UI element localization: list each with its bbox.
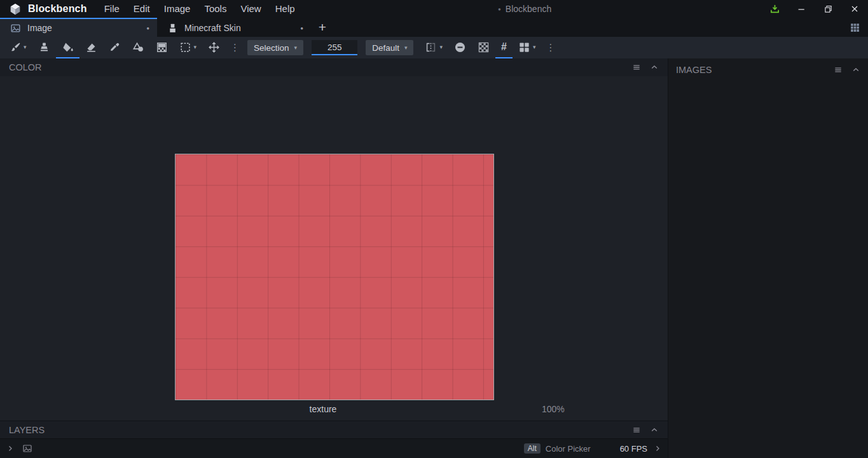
shapes-icon: [132, 41, 144, 53]
blockbench-logo-icon: [8, 2, 23, 16]
keybind-action-label: Color Picker: [546, 444, 591, 454]
menu-file[interactable]: File: [97, 0, 127, 18]
eraser-icon: [85, 41, 97, 53]
dot-icon: ●: [498, 6, 501, 12]
maximize-button[interactable]: [815, 0, 841, 18]
unsaved-indicator-icon: ●: [146, 25, 149, 31]
layout-grid-icon: [518, 41, 530, 53]
layer-thumbnail-icon[interactable]: [22, 443, 32, 454]
panel-menu-icon[interactable]: [834, 65, 843, 74]
menu-tools[interactable]: Tools: [197, 0, 233, 18]
chevron-down-icon: ▾: [294, 45, 298, 51]
apps-grid-icon[interactable]: [841, 18, 868, 37]
blend-mode-value: Default: [372, 43, 399, 53]
copy-brush-tool-button[interactable]: [32, 37, 56, 58]
images-panel-title: IMAGES: [676, 65, 712, 75]
menu-help[interactable]: Help: [268, 0, 302, 18]
toolbar-overflow-icon[interactable]: ⋮: [541, 37, 560, 58]
checkerboard-icon: [478, 41, 490, 53]
selection-tool-button[interactable]: ▾: [174, 37, 203, 58]
gradient-icon: [156, 41, 168, 53]
minimize-button[interactable]: [788, 0, 815, 18]
chevron-down-icon: ▾: [194, 44, 197, 50]
keybind-key-badge: Alt: [524, 443, 541, 454]
brush-opacity-input[interactable]: [312, 40, 357, 55]
toolbar-overflow-icon[interactable]: ⋮: [226, 37, 244, 58]
painting-grid-button[interactable]: #: [495, 37, 513, 58]
layers-panel-title: LAYERS: [9, 425, 45, 435]
tab-image[interactable]: Image ●: [0, 18, 157, 37]
zoom-level-label: 100%: [542, 404, 565, 414]
images-panel: IMAGES: [668, 58, 868, 458]
tab-label: Minecraft Skin: [184, 23, 241, 33]
fill-mode-select[interactable]: Selection ▾: [247, 40, 303, 55]
menubar: File Edit Image Tools View Help: [97, 0, 302, 18]
download-update-icon: [769, 4, 780, 15]
eraser-tool-button[interactable]: [79, 37, 103, 58]
status-bar: Alt Color Picker 60 FPS: [0, 438, 668, 458]
color-panel-header: COLOR: [0, 58, 668, 76]
images-panel-header: IMAGES: [668, 58, 868, 81]
mirror-icon: [425, 41, 437, 53]
close-icon: [850, 4, 860, 14]
new-tab-button[interactable]: +: [311, 18, 334, 37]
chevron-up-icon[interactable]: [650, 63, 659, 72]
brush-icon: [9, 41, 21, 53]
fill-mode-value: Selection: [254, 43, 289, 53]
eyedropper-icon: [109, 41, 121, 53]
layers-panel-header: LAYERS: [0, 421, 668, 438]
tab-minecraft-skin[interactable]: Minecraft Skin ●: [157, 18, 311, 37]
move-layer-tool-button[interactable]: [202, 37, 226, 58]
color-picker-tool-button[interactable]: [103, 37, 127, 58]
expand-layer-icon[interactable]: [6, 445, 14, 452]
panel-menu-icon[interactable]: [632, 63, 641, 72]
brush-tool-button[interactable]: ▾: [3, 37, 32, 58]
lock-alpha-button[interactable]: [448, 37, 472, 58]
fps-counter: 60 FPS: [620, 444, 647, 454]
window-controls: [761, 0, 868, 18]
window-title: ● Blockbench: [498, 0, 551, 18]
menu-view[interactable]: View: [233, 0, 268, 18]
image-editor-canvas-area[interactable]: texture 100%: [0, 76, 668, 421]
gradient-tool-button[interactable]: [150, 37, 174, 58]
install-update-button[interactable]: [761, 0, 788, 18]
fill-bucket-tool-button[interactable]: [56, 37, 79, 58]
app-title: Blockbench: [28, 3, 87, 15]
chevron-up-icon[interactable]: [851, 65, 860, 74]
chevron-down-icon: ▾: [404, 45, 408, 51]
project-tabbar: Image ● Minecraft Skin ● +: [0, 18, 868, 37]
fill-bucket-icon: [62, 41, 74, 53]
mirror-painting-button[interactable]: ▾: [419, 37, 448, 58]
status-next-icon[interactable]: [654, 445, 661, 452]
panel-menu-icon[interactable]: [632, 426, 641, 434]
pixel-grid-button[interactable]: [472, 37, 495, 58]
chevron-down-icon: ▾: [533, 44, 536, 50]
tab-label: Image: [27, 23, 52, 33]
close-button[interactable]: [841, 0, 868, 18]
move-icon: [208, 41, 220, 53]
image-icon: [10, 23, 21, 34]
layout-select-button[interactable]: ▾: [513, 37, 542, 58]
blend-mode-select[interactable]: Default ▾: [366, 40, 413, 55]
unsaved-indicator-icon: ●: [300, 25, 303, 31]
draw-shape-tool-button[interactable]: [127, 37, 150, 58]
window-title-text: Blockbench: [506, 4, 551, 14]
minus-circle-icon: [454, 41, 466, 53]
restore-icon: [823, 4, 834, 15]
color-panel-title: COLOR: [9, 62, 42, 72]
menu-image[interactable]: Image: [157, 0, 198, 18]
menu-edit[interactable]: Edit: [127, 0, 157, 18]
titlebar: Blockbench File Edit Image Tools View He…: [0, 0, 868, 18]
stamp-icon: [38, 41, 50, 53]
chevron-up-icon[interactable]: [650, 426, 659, 434]
paint-toolbar: ▾ ▾ ⋮ Selection ▾ Default ▾ ▾: [0, 37, 868, 58]
chevron-down-icon: ▾: [24, 44, 27, 50]
marquee-icon: [179, 41, 191, 53]
texture-name-label: texture: [275, 404, 371, 414]
chevron-down-icon: ▾: [439, 44, 443, 50]
minimize-icon: [796, 4, 807, 15]
player-icon: [167, 23, 178, 34]
texture-canvas[interactable]: [175, 154, 494, 400]
hash-icon: #: [501, 42, 507, 52]
